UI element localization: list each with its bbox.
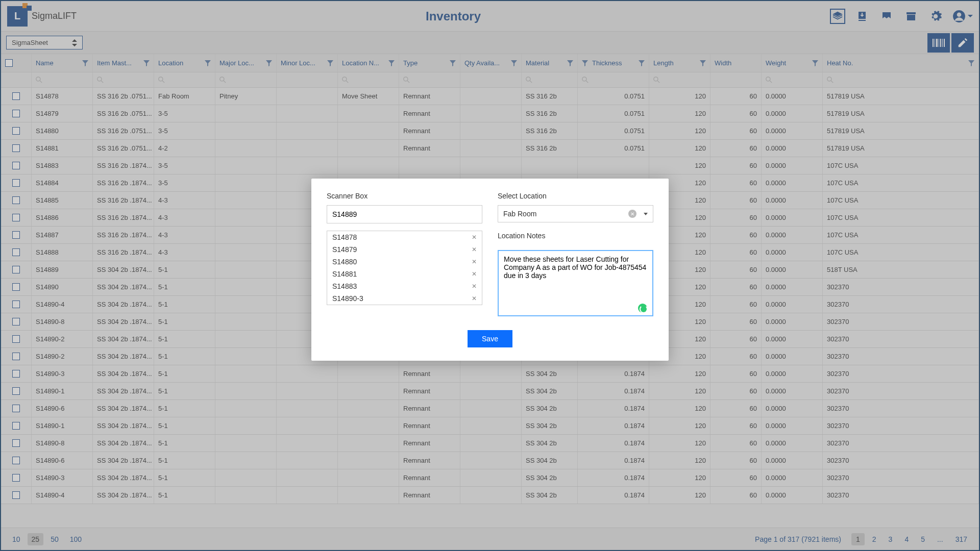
select-location-label: Select Location [498, 192, 653, 200]
scanned-item: S14880✕ [327, 256, 482, 268]
scanned-item: S14890-3✕ [327, 292, 482, 305]
save-button[interactable]: Save [468, 330, 512, 347]
location-notes-textarea[interactable] [498, 250, 653, 316]
scanned-item: S14881✕ [327, 268, 482, 280]
scanned-item: S14879✕ [327, 243, 482, 256]
location-select-value: Fab Room [503, 210, 536, 218]
remove-scanned-icon[interactable]: ✕ [472, 258, 477, 265]
scanner-modal: Scanner Box S14878✕S14879✕S14880✕S14881✕… [311, 179, 669, 361]
clear-location-icon[interactable]: ✕ [628, 210, 636, 218]
scanned-item: S14878✕ [327, 231, 482, 243]
scanned-item: S14883✕ [327, 280, 482, 292]
chevron-down-icon[interactable] [644, 213, 648, 215]
scanner-input[interactable] [327, 205, 482, 223]
remove-scanned-icon[interactable]: ✕ [472, 295, 477, 302]
location-select[interactable]: Fab Room ✕ [498, 205, 653, 222]
scanner-box-label: Scanner Box [327, 192, 482, 200]
remove-scanned-icon[interactable]: ✕ [472, 246, 477, 253]
remove-scanned-icon[interactable]: ✕ [472, 283, 477, 290]
modal-overlay[interactable]: Scanner Box S14878✕S14879✕S14880✕S14881✕… [0, 0, 980, 551]
scanned-items-list: S14878✕S14879✕S14880✕S14881✕S14883✕S1489… [327, 231, 482, 305]
remove-scanned-icon[interactable]: ✕ [472, 270, 477, 278]
location-notes-label: Location Notes [498, 232, 653, 240]
remove-scanned-icon[interactable]: ✕ [472, 234, 477, 241]
grammarly-icon [638, 304, 647, 313]
